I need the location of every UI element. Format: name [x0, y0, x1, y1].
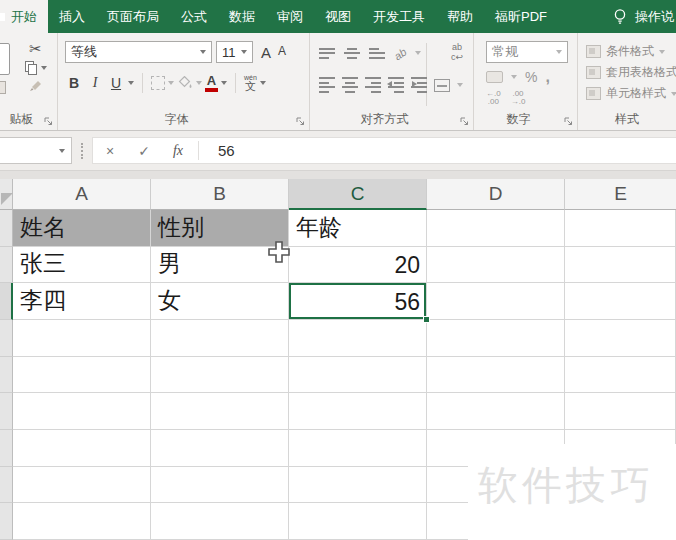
- accounting-format-icon[interactable]: [486, 71, 503, 83]
- formula-bar-resize-dots[interactable]: [81, 143, 83, 159]
- borders-dropdown[interactable]: [168, 81, 174, 85]
- align-center-button[interactable]: [342, 77, 358, 93]
- grow-font-button[interactable]: A: [261, 44, 271, 61]
- cell-c8[interactable]: [289, 467, 427, 504]
- cell-e6[interactable]: [565, 393, 676, 430]
- accounting-dropdown[interactable]: [511, 75, 517, 79]
- cell-e2[interactable]: [565, 247, 676, 284]
- format-painter-icon[interactable]: [29, 79, 43, 91]
- cell-d2[interactable]: [427, 247, 565, 284]
- column-header-e[interactable]: E: [565, 179, 676, 210]
- align-left-button[interactable]: [319, 77, 335, 93]
- cut-icon[interactable]: ✂: [29, 41, 42, 57]
- bold-button[interactable]: B: [65, 73, 83, 93]
- cell-e5[interactable]: [565, 357, 676, 394]
- cell-a3[interactable]: 李四: [13, 283, 151, 320]
- row-header-9[interactable]: [0, 503, 13, 540]
- clipboard-dialog-launcher[interactable]: [44, 117, 53, 126]
- tab-view[interactable]: 视图: [314, 0, 362, 33]
- column-header-c-selected[interactable]: C: [289, 179, 427, 210]
- cell-a5[interactable]: [13, 357, 151, 394]
- fill-color-dropdown[interactable]: [196, 81, 202, 85]
- merge-dropdown[interactable]: [457, 83, 463, 87]
- font-dialog-launcher[interactable]: [296, 117, 305, 126]
- font-size-combobox[interactable]: 11: [216, 41, 253, 63]
- cell-a1[interactable]: 姓名: [13, 210, 151, 247]
- comma-style-button[interactable]: ,: [545, 73, 549, 81]
- select-all-corner[interactable]: [0, 179, 13, 210]
- cell-a8[interactable]: [13, 467, 151, 504]
- fill-handle[interactable]: [423, 316, 430, 323]
- cell-b7[interactable]: [151, 430, 289, 467]
- cell-c5[interactable]: [289, 357, 427, 394]
- name-box[interactable]: [0, 137, 72, 164]
- underline-button[interactable]: U: [107, 73, 125, 93]
- enter-button[interactable]: ✓: [127, 143, 161, 159]
- cell-c3-selected[interactable]: 56: [289, 283, 427, 320]
- tab-data[interactable]: 数据: [218, 0, 266, 33]
- cell-e4[interactable]: [565, 320, 676, 357]
- number-dialog-launcher[interactable]: [564, 117, 573, 126]
- cell-a9[interactable]: [13, 503, 151, 540]
- row-header-6[interactable]: [0, 393, 13, 430]
- row-header-7[interactable]: [0, 430, 13, 467]
- cell-b4[interactable]: [151, 320, 289, 357]
- cell-a4[interactable]: [13, 320, 151, 357]
- cell-b5[interactable]: [151, 357, 289, 394]
- cell-c7[interactable]: [289, 430, 427, 467]
- orientation-button[interactable]: ab: [394, 44, 406, 62]
- cell-a2[interactable]: 张三: [13, 247, 151, 284]
- cell-c9[interactable]: [289, 503, 427, 540]
- wrap-text-button[interactable]: ab c↩: [451, 43, 463, 63]
- conditional-formatting-button[interactable]: 条件格式: [578, 41, 676, 62]
- merge-center-button[interactable]: [434, 79, 450, 92]
- tab-developer[interactable]: 开发工具: [362, 0, 436, 33]
- cell-styles-button[interactable]: 单元格样式: [578, 83, 676, 104]
- cell-c1[interactable]: 年龄: [289, 210, 427, 247]
- align-middle-button[interactable]: [344, 48, 360, 59]
- align-right-button[interactable]: [365, 77, 381, 93]
- borders-icon[interactable]: [151, 76, 165, 90]
- orientation-dropdown[interactable]: [415, 51, 421, 55]
- insert-function-button[interactable]: fx: [161, 143, 195, 159]
- percent-style-button[interactable]: %: [525, 69, 537, 85]
- row-header-3[interactable]: [0, 283, 13, 320]
- cell-e3[interactable]: [565, 283, 676, 320]
- formula-input[interactable]: 56: [202, 142, 676, 159]
- phonetic-dropdown[interactable]: [260, 81, 266, 85]
- column-header-d[interactable]: D: [427, 179, 565, 210]
- cell-b9[interactable]: [151, 503, 289, 540]
- align-bottom-button[interactable]: [369, 48, 385, 59]
- cell-b8[interactable]: [151, 467, 289, 504]
- cell-b6[interactable]: [151, 393, 289, 430]
- font-color-button[interactable]: A: [205, 74, 218, 92]
- cell-d3[interactable]: [427, 283, 565, 320]
- tell-me-box[interactable]: 操作说: [612, 0, 676, 33]
- cell-a6[interactable]: [13, 393, 151, 430]
- row-header-5[interactable]: [0, 357, 13, 394]
- cell-e1[interactable]: [565, 210, 676, 247]
- tab-foxit-pdf[interactable]: 福昕PDF: [484, 0, 558, 33]
- cell-c2[interactable]: 20: [289, 247, 427, 284]
- cell-d5[interactable]: [427, 357, 565, 394]
- cell-c6[interactable]: [289, 393, 427, 430]
- cell-d6[interactable]: [427, 393, 565, 430]
- cell-c4[interactable]: [289, 320, 427, 357]
- row-header-4[interactable]: [0, 320, 13, 357]
- align-top-button[interactable]: [319, 48, 335, 59]
- tab-review[interactable]: 审阅: [266, 0, 314, 33]
- decrease-decimal-button[interactable]: .00 →.0: [511, 90, 526, 107]
- font-color-dropdown[interactable]: [221, 81, 227, 85]
- row-header-1[interactable]: [0, 210, 13, 247]
- phonetic-guide-button[interactable]: wén 文: [244, 74, 257, 92]
- tab-help[interactable]: 帮助: [436, 0, 484, 33]
- tab-formulas[interactable]: 公式: [170, 0, 218, 33]
- paste-options-partial[interactable]: [0, 81, 6, 94]
- tab-page-layout[interactable]: 页面布局: [96, 0, 170, 33]
- cell-a7[interactable]: [13, 430, 151, 467]
- column-header-b[interactable]: B: [151, 179, 289, 210]
- font-name-combobox[interactable]: 等线: [65, 41, 212, 63]
- column-header-a[interactable]: A: [13, 179, 151, 210]
- increase-decimal-button[interactable]: ←.0 .00: [486, 90, 501, 107]
- shrink-font-button[interactable]: A: [278, 44, 286, 58]
